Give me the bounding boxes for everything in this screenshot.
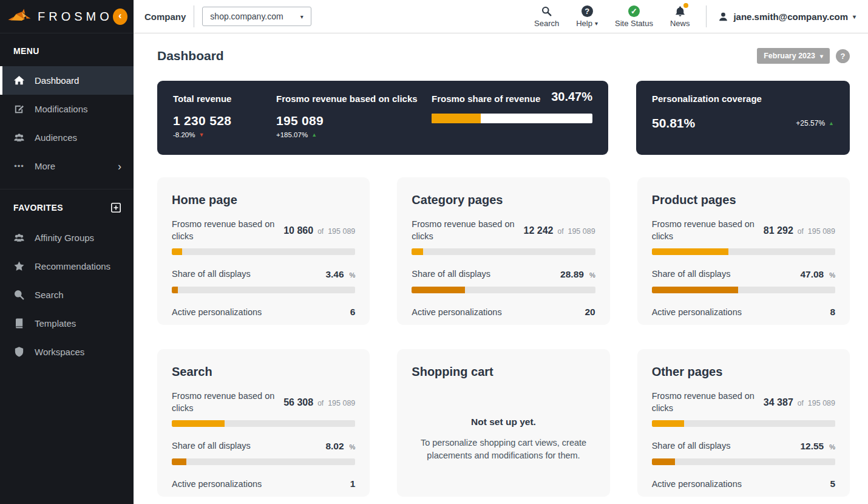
revenue-bar-fill xyxy=(412,248,423,255)
category-pages-card: Category pages Frosmo revenue based on c… xyxy=(397,177,609,325)
check-icon: ✓ xyxy=(628,5,640,17)
share-metric-label: Share of all displays xyxy=(172,440,251,452)
caret-down-icon: ▾ xyxy=(820,53,823,60)
sidebar-item-workspaces[interactable]: Workspaces xyxy=(0,338,134,366)
search-icon xyxy=(13,289,25,301)
help-menu-button[interactable]: ? Help ▾ xyxy=(576,5,598,28)
active-personalizations-label: Active personalizations xyxy=(172,478,262,491)
share-unit: % xyxy=(589,271,595,279)
sidebar-collapse-button[interactable]: ‹ xyxy=(113,9,127,25)
sidebar-item-label: Affinity Groups xyxy=(35,233,94,243)
of-label: of xyxy=(557,227,563,236)
sidebar-item-label: Modifications xyxy=(35,104,88,114)
share-bar-fill xyxy=(412,287,464,293)
share-value: 3.46 xyxy=(325,269,344,280)
edit-icon xyxy=(13,103,25,115)
search-icon xyxy=(541,5,552,17)
site-status-label: Site Status xyxy=(615,19,653,28)
question-icon: ? xyxy=(841,52,846,61)
chevron-right-icon: › xyxy=(118,161,121,172)
user-menu[interactable]: jane.smith@company.com ▾ xyxy=(718,12,856,22)
sidebar-item-search[interactable]: Search xyxy=(0,281,134,309)
users-icon xyxy=(13,232,25,243)
sidebar-item-label: Dashboard xyxy=(35,75,79,86)
sidebar: FROSMO ‹ MENU Dashboard Modifications Au… xyxy=(0,0,134,504)
revenue-metric-label: Frosmo revenue based on clicks xyxy=(652,390,758,414)
menu-section-header: MENU xyxy=(0,33,134,66)
company-label: Company xyxy=(144,12,186,22)
sidebar-item-label: Recommendations xyxy=(35,261,110,271)
search-action-button[interactable]: Search xyxy=(534,5,559,28)
revenue-total: 195 089 xyxy=(808,227,835,236)
brand-header: FROSMO ‹ xyxy=(0,0,134,33)
active-personalizations-value: 1 xyxy=(350,478,356,489)
total-revenue-value: 1 230 528 xyxy=(173,114,276,128)
revenue-bar-fill xyxy=(172,248,182,255)
total-revenue-label: Total revenue xyxy=(173,94,276,104)
revenue-bar-fill xyxy=(652,248,728,255)
period-label: February 2023 xyxy=(764,52,815,60)
topbar-divider xyxy=(194,5,194,27)
sidebar-item-modifications[interactable]: Modifications xyxy=(0,95,134,123)
share-metric-label: Share of all displays xyxy=(652,268,731,281)
active-personalizations-value: 6 xyxy=(350,307,356,318)
page-help-button[interactable]: ? xyxy=(836,49,850,63)
revenue-value: 34 387 xyxy=(764,397,793,408)
share-unit: % xyxy=(829,271,835,279)
sidebar-item-label: Search xyxy=(35,290,64,300)
search-card: Search Frosmo revenue based on clicks 56… xyxy=(157,349,370,497)
share-bar-fill xyxy=(172,287,178,293)
other-pages-card: Other pages Frosmo revenue based on clic… xyxy=(637,349,850,497)
sidebar-item-audiences[interactable]: Audiences xyxy=(0,123,134,152)
add-favorite-button[interactable] xyxy=(110,202,121,213)
sidebar-item-more[interactable]: ••• More › xyxy=(0,152,134,180)
card-title: Category pages xyxy=(412,193,595,207)
menu-header-label: MENU xyxy=(13,46,39,56)
share-bar xyxy=(652,287,835,293)
revenue-bar xyxy=(652,420,835,427)
revenue-total: 195 089 xyxy=(328,227,355,236)
share-bar-fill xyxy=(652,287,738,293)
site-selector-dropdown[interactable]: shop.company.com ▾ xyxy=(202,7,311,26)
share-value: 8.02 xyxy=(325,441,344,452)
revenue-overview-card: Total revenue 1 230 528 -8.20% ▼ Frosmo … xyxy=(157,81,608,155)
triangle-up-icon: ▲ xyxy=(829,121,834,126)
main-area: Company shop.company.com ▾ Search ? Help… xyxy=(134,0,868,504)
shopping-cart-card: Shopping cart Not set up yet. To persona… xyxy=(397,349,609,497)
revenue-metric-label: Frosmo revenue based on clicks xyxy=(412,219,518,242)
brand-name: FROSMO xyxy=(38,10,113,24)
revenue-total: 195 089 xyxy=(808,399,835,407)
home-icon xyxy=(13,75,25,86)
sidebar-item-affinity-groups[interactable]: Affinity Groups xyxy=(0,223,134,252)
product-pages-card: Product pages Frosmo revenue based on cl… xyxy=(637,177,850,325)
active-personalizations-value: 20 xyxy=(585,307,595,318)
topbar-divider xyxy=(706,5,707,27)
sidebar-item-label: Audiences xyxy=(35,132,77,143)
share-of-revenue-label: Frosmo share of revenue xyxy=(432,94,540,104)
caret-down-icon: ▾ xyxy=(595,20,598,27)
bell-icon xyxy=(674,5,686,17)
active-personalizations-label: Active personalizations xyxy=(652,478,742,491)
sidebar-item-label: Templates xyxy=(35,318,76,329)
shield-icon xyxy=(13,346,25,358)
help-label: Help xyxy=(576,19,592,28)
card-title: Product pages xyxy=(652,193,835,207)
share-bar-fill xyxy=(652,458,675,465)
revenue-metric-label: Frosmo revenue based on clicks xyxy=(172,390,278,414)
book-icon xyxy=(13,318,25,329)
chevron-left-icon: ‹ xyxy=(118,10,122,22)
share-of-revenue-bar-fill xyxy=(432,114,481,123)
news-button[interactable]: News xyxy=(670,5,690,28)
revenue-value: 12 242 xyxy=(524,225,554,236)
share-value: 12.55 xyxy=(800,441,824,452)
site-status-button[interactable]: ✓ Site Status xyxy=(615,5,653,28)
revenue-bar-fill xyxy=(652,420,684,427)
sidebar-item-templates[interactable]: Templates xyxy=(0,309,134,338)
question-icon: ? xyxy=(581,5,593,17)
period-selector-button[interactable]: February 2023 ▾ xyxy=(757,48,830,64)
site-status-icon: ✓ xyxy=(628,5,640,17)
sidebar-item-dashboard[interactable]: Dashboard xyxy=(0,66,134,95)
revenue-bar-fill xyxy=(172,420,225,427)
caret-down-icon: ▾ xyxy=(300,13,303,20)
sidebar-item-recommendations[interactable]: Recommendations xyxy=(0,252,134,281)
